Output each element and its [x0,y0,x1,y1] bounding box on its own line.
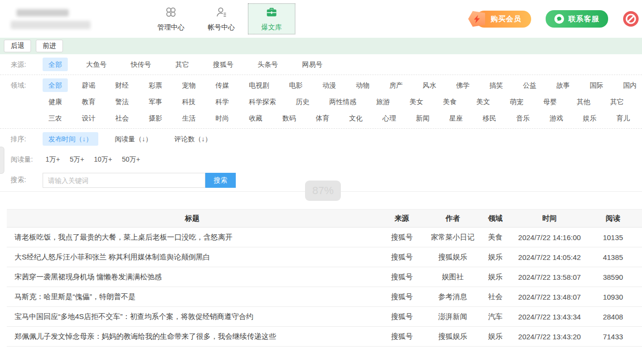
side-panel-handle[interactable] [0,147,4,174]
domain-chip[interactable]: 汽车 [638,95,642,108]
domain-chip[interactable]: 科技 [176,95,201,108]
table-body: 请老板吃饭，我点了最贵的大餐，菜上桌后老板一口没吃，含怒离开 搜狐号 家常菜小日… [7,228,642,352]
source-chip[interactable]: 全部 [43,58,68,71]
domain-chip[interactable]: 故事 [550,78,576,92]
reads-chip[interactable]: 1万+ [43,152,63,166]
domain-chip[interactable]: 国际 [584,78,609,92]
domain-chip[interactable]: 教育 [76,95,101,108]
table-row[interactable]: 马斯克：哈里斯是“傀儡”，特朗普不是 搜狐号 参考消息 社会 2024/7/22… [7,287,642,307]
domain-chip[interactable]: 彩票 [143,78,168,92]
domain-chip[interactable]: 三农 [43,111,68,125]
domain-chip[interactable]: 时尚 [210,111,235,125]
domain-chip[interactable]: 健康 [43,95,68,108]
domain-chip[interactable]: 宠物 [176,78,201,92]
table-row[interactable]: 带着孩子去“热带雨林”：夜宿树屋体验自然|相约亲子研学之旅 搜狐号 生活小记 社… [7,347,642,352]
nav-item-management-center[interactable]: 管理中心 [147,3,195,34]
domain-chip[interactable]: 设计 [76,111,101,125]
domain-chip[interactable]: 音乐 [510,111,535,125]
domain-chip[interactable]: 其他 [571,95,596,108]
sort-chip[interactable]: 发布时间（↓） [43,132,98,146]
domain-chip[interactable]: 动漫 [317,78,342,92]
domain-chip[interactable]: 其它 [604,95,629,108]
forward-button[interactable]: 前进 [36,40,63,52]
domain-chip[interactable]: 旅游 [370,95,396,108]
domain-chip[interactable]: 公益 [517,78,542,92]
domain-chip[interactable]: 母婴 [537,95,563,108]
domain-chip[interactable]: 收藏 [243,111,268,125]
domain-chip[interactable]: 摄影 [143,111,168,125]
reads-chip[interactable]: 10万+ [91,152,115,166]
table-row[interactable]: 宝马中国回应“多地4S店拒不交车”：初查均系个案，将敦促经销商遵守合约 搜狐号 … [7,307,642,327]
reads-chip[interactable]: 50万+ [119,152,143,166]
domain-chip[interactable]: 佛学 [450,78,475,92]
domain-chip[interactable]: 娱乐 [577,111,602,125]
search-input[interactable] [43,173,205,188]
cell-time: 2024/7/22 13:48:07 [511,287,588,307]
cell-reads: 28408 [588,307,638,327]
source-chip[interactable]: 其它 [169,58,195,71]
cell-title[interactable]: 带着孩子去“热带雨林”：夜宿树屋体验自然|相约亲子研学之旅 [7,347,378,352]
domain-chip[interactable]: 萌宠 [504,95,529,108]
table-row[interactable]: 宋茜穿一袭黑裙现身机场 慵懒卷发满满松弛感 搜狐号 娱图社 娱乐 2024/7/… [7,267,642,287]
domain-chip[interactable]: 电影 [283,78,308,92]
domain-chip[interactable]: 动物 [350,78,375,92]
back-button[interactable]: 后退 [4,40,31,52]
cell-title[interactable]: 宋茜穿一袭黑裙现身机场 慵懒卷发满满松弛感 [7,267,378,287]
domain-chip[interactable]: 房产 [383,78,409,92]
article-table: 标题 来源 作者 领域 时间 阅读 评论 请老板吃饭，我点了最贵的大餐，菜上桌后… [7,209,642,352]
domain-chip[interactable]: 警法 [109,95,135,108]
source-chip[interactable]: 快传号 [125,58,157,71]
domain-chip[interactable]: 数码 [276,111,302,125]
col-header-comments: 评论 [638,210,642,228]
domain-chip[interactable]: 移民 [477,111,502,125]
contact-support-label: 联系客服 [568,15,599,24]
domain-chip[interactable]: 心理 [377,111,402,125]
source-chip[interactable]: 搜狐号 [207,58,239,71]
domain-chip[interactable]: 社会 [109,111,135,125]
reads-chip[interactable]: 5万+ [67,152,87,166]
domain-chip[interactable]: 国内 [617,78,642,92]
block-icon[interactable] [623,11,639,27]
cell-title[interactable]: 宝马中国回应“多地4S店拒不交车”：初查均系个案，将敦促经销商遵守合约 [7,307,378,327]
domain-chip[interactable]: 军事 [143,95,168,108]
sort-chip[interactable]: 评论数（↓） [168,132,217,146]
domain-chip[interactable]: 美食 [437,95,462,108]
source-chip[interactable]: 网易号 [296,58,328,71]
search-button[interactable]: 搜索 [205,173,236,188]
table-row[interactable]: 请老板吃饭，我点了最贵的大餐，菜上桌后老板一口没吃，含怒离开 搜狐号 家常菜小日… [7,228,642,247]
buy-vip-button[interactable]: 购买会员 [476,11,531,28]
contact-support-button[interactable]: 联系客服 [546,10,608,28]
cell-title[interactable]: 郑佩佩儿子发文悼念母亲：妈妈的教诲给我的生命带来了很多，我会继续传递这些 [7,327,378,347]
sort-chip[interactable]: 阅读量（↓） [109,132,158,146]
domain-chip[interactable]: 科学 [210,95,235,108]
domain-chip[interactable]: 文化 [343,111,368,125]
domain-chip[interactable]: 美女 [404,95,429,108]
domain-chip[interactable]: 搞笑 [484,78,509,92]
domain-chip[interactable]: 两性情感 [323,95,362,108]
source-chip[interactable]: 大鱼号 [80,58,112,71]
domain-chip[interactable]: 财经 [109,78,135,92]
domain-chip[interactable]: 电视剧 [243,78,275,92]
cell-title[interactable]: 马斯克：哈里斯是“傀儡”，特朗普不是 [7,287,378,307]
domain-chip[interactable]: 全部 [43,78,68,92]
cell-title[interactable]: 请老板吃饭，我点了最贵的大餐，菜上桌后老板一口没吃，含怒离开 [7,228,378,247]
domain-chip[interactable]: 游戏 [544,111,569,125]
domain-chip[interactable]: 新闻 [410,111,435,125]
domain-chip[interactable]: 历史 [290,95,315,108]
nav-item-viral-library[interactable]: 爆文库 [248,3,295,34]
nav-item-account-center[interactable]: 帐号中心 [198,3,245,34]
cell-title[interactable]: 大S经纪人怒斥汪小菲和张兰 称其利用媒体制造舆论颠倒黑白 [7,247,378,267]
domain-chip[interactable]: 风水 [417,78,442,92]
domain-chip[interactable]: 传媒 [210,78,235,92]
domain-chip[interactable]: 育儿 [611,111,636,125]
source-chip[interactable]: 头条号 [252,58,284,71]
domain-chip[interactable]: 辟谣 [76,78,101,92]
domain-chip[interactable]: 科学探索 [243,95,282,108]
table-row[interactable]: 郑佩佩儿子发文悼念母亲：妈妈的教诲给我的生命带来了很多，我会继续传递这些 搜狐号… [7,327,642,347]
domain-chip[interactable]: 美文 [471,95,496,108]
domain-chip[interactable]: 体育 [310,111,335,125]
filter-row-reads: 阅读量: 1万+5万+10万+50万+ [0,149,642,169]
domain-chip[interactable]: 星座 [443,111,469,125]
table-row[interactable]: 大S经纪人怒斥汪小菲和张兰 称其利用媒体制造舆论颠倒黑白 搜狐号 搜狐娱乐 娱乐… [7,247,642,267]
domain-chip[interactable]: 生活 [176,111,201,125]
